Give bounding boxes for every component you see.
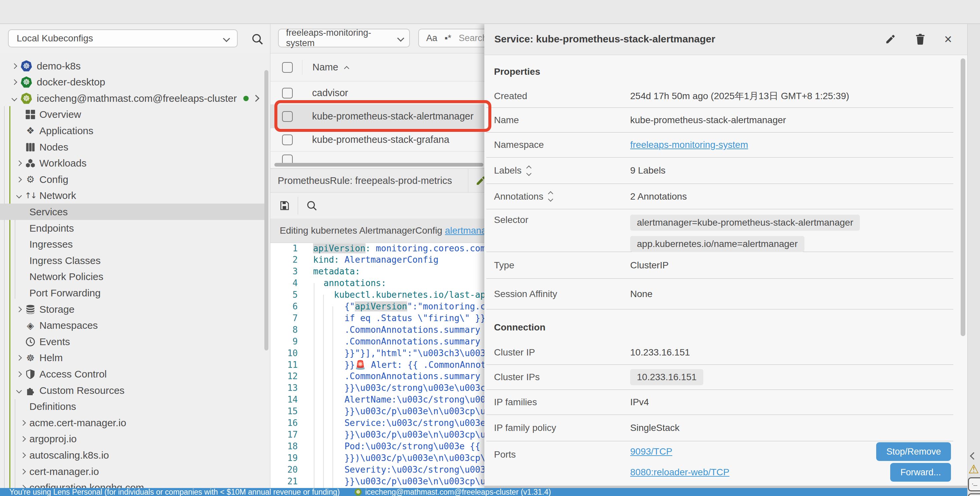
sidebar-item-overview[interactable]: Overview [0,107,264,123]
code-line[interactable]: 15 }}\u003c/p\u003e\n\u003cp\u003e\u003c [270,405,484,417]
drawer-horizontal-scrollbar[interactable] [484,486,967,488]
save-icon[interactable] [279,200,290,211]
regex-toggle[interactable]: ▪* [445,33,451,43]
chevron-left-icon[interactable] [970,452,978,460]
table-horizontal-scrollbar[interactable] [274,163,483,167]
code-line[interactable]: 8 .CommonAnnotations.summary }}- [270,324,484,335]
sidebar-item-configuration-konghq-com[interactable]: configuration.konghq.com [0,480,264,488]
chevron-right-icon[interactable] [15,307,23,312]
chevron-down-icon[interactable] [15,194,23,197]
sidebar-item-cert-manager-io[interactable]: cert-manager.io [0,463,264,480]
active-cluster-text[interactable]: icecheng@mathmast.com@freeleaps-cluster … [365,488,551,496]
sidebar-item-config[interactable]: ⚙Config [0,171,264,188]
sidebar-item-autoscaling-k8s-io[interactable]: autoscaling.k8s.io [0,447,264,463]
chevron-right-icon[interactable] [19,470,27,474]
code-line[interactable]: 7 if eq .Status \"firing\" }}🚨 [270,312,484,324]
sidebar-item-network-policies[interactable]: Network Policies [0,269,264,285]
yaml-editor[interactable]: 1apiVersion: monitoring.coreos.com/v12ki… [270,243,484,488]
sidebar-item-custom-resources[interactable]: Custom Resources [0,382,264,399]
code-line[interactable]: 21 }}\u003c/p\u003e\n\u003cp\u003e\u003c [270,475,484,487]
close-icon[interactable]: × [944,32,952,46]
warning-icon[interactable]: ⚠ [968,462,979,476]
chevron-right-icon[interactable] [19,437,27,441]
chevron-right-icon[interactable] [19,453,27,457]
sidebar-scrollbar[interactable] [264,70,268,350]
code-line[interactable]: 20 Severity:\u003c/strong\u003e {{ [270,464,484,475]
code-line[interactable]: 18 Pod:\u003c/strong\u003e {{ .Co [270,440,484,452]
chevron-right-icon[interactable] [10,80,19,84]
code-line[interactable]: 16 Service:\u003c/strong\u003e {{ [270,417,484,429]
sidebar-item-docker-desktop[interactable]: ☸docker-desktop [0,74,264,91]
chevron-right-icon[interactable] [252,95,259,102]
sidebar-item-nodes[interactable]: Nodes [0,139,264,155]
name-column-header[interactable]: Name [312,62,338,73]
match-case-toggle[interactable]: Aa [426,33,437,43]
sidebar-item-ingress-classes[interactable]: Ingress Classes [0,252,264,269]
forward-button[interactable]: Forward... [890,463,951,482]
chevron-right-icon[interactable] [15,356,23,360]
expand-collapse-icon[interactable] [549,192,552,201]
code-line[interactable]: 6 {"apiVersion":"monitoring.coreos.com/v… [270,301,484,312]
code-line[interactable]: 4 annotations: [270,277,484,289]
sidebar-item-network[interactable]: ↑↓Network [0,188,264,204]
sidebar-item-icecheng-mathmast-com-freeleaps-cluster[interactable]: ☸icecheng@mathmast.com@freeleaps-cluster [0,90,264,107]
chevron-right-icon[interactable] [15,372,23,376]
sidebar-item-port-forwarding[interactable]: Port Forwarding [0,285,264,301]
chevron-right-icon[interactable] [15,161,23,165]
sidebar-item-workloads[interactable]: Workloads [0,155,264,172]
sidebar-item-label: Overview [40,109,81,120]
sort-asc-icon[interactable] [344,66,350,72]
sidebar-item-helm[interactable]: ☸Helm [0,350,264,366]
code-line[interactable]: 3metadata: [270,266,484,277]
chevron-right-icon[interactable] [19,421,27,425]
code-line[interactable]: 5 kubectl.kubernetes.io/last-applied-con… [270,289,484,301]
sidebar-item-services[interactable]: Services [0,203,264,220]
prometheusrule-panel-header[interactable]: PrometheusRule: freepeals-prod-metrics [270,169,484,192]
drawer-scrollbar[interactable] [961,59,965,336]
kubeconfig-select[interactable]: Local Kubeconfigs [8,29,238,48]
puzzle-icon [25,386,35,395]
namespace-link[interactable]: freeleaps-monitoring-system [630,140,748,150]
sidebar-item-acme-cert-manager-io[interactable]: acme.cert-manager.io [0,415,264,431]
sidebar-item-applications[interactable]: ❖Applications [0,122,264,139]
sidebar-item-ingresses[interactable]: Ingresses [0,236,264,253]
chevron-right-icon[interactable] [10,64,19,68]
terminal-icon[interactable]: ._ [968,477,980,491]
sidebar-item-argoproj-io[interactable]: argoproj.io [0,431,264,447]
code-line[interactable]: 11 }}🚨 Alert: {{ .CommonAnnotations [270,359,484,370]
expand-collapse-icon[interactable] [527,166,531,175]
code-line[interactable]: 2kind: AlertmanagerConfig [270,254,484,266]
sidebar-item-demo-k8s[interactable]: ☸demo-k8s [0,58,264,74]
code-line[interactable]: 10 }}"}],"html":"\u003ch3\u003e\u003c [270,347,484,359]
code-line[interactable]: 14 AlertName:\u003c/strong\u003e {{ [270,394,484,405]
code-line[interactable]: 1apiVersion: monitoring.coreos.com/v1 [270,243,484,254]
chevron-right-icon[interactable] [19,486,27,488]
search-icon[interactable] [251,33,264,45]
code-line[interactable]: 19 }})\u003c/p\u003e\n\u003cp\u003e\u00 [270,452,484,464]
code-line[interactable]: 9 .CommonAnnotations.summary }}- [270,335,484,347]
stop-remove-button[interactable]: Stop/Remove [876,442,951,461]
port-link[interactable]: 9093/TCP [630,446,672,457]
editor-search-icon[interactable] [306,200,317,211]
sidebar-item-events[interactable]: Events [0,334,264,350]
select-all-checkbox[interactable] [282,62,293,73]
edit-pencil-icon[interactable] [885,33,896,45]
port-link[interactable]: 8080:reloader-web/TCP [630,467,729,478]
code-line[interactable]: 17 }}\u003c/p\u003e\n\u003cp\u003e\u003c [270,429,484,440]
row-checkbox[interactable] [282,135,293,145]
sidebar-item-namespaces[interactable]: ◈Namespaces [0,318,264,334]
code-line[interactable]: 12 .CommonAnnotations.summary }}- [270,370,484,382]
panel-icon[interactable] [968,493,980,496]
overview-icon [25,110,35,119]
code-line[interactable]: 13 }}\u003c/strong\u003e\u003c/h3\u003e [270,382,484,394]
sidebar-item-definitions[interactable]: Definitions [0,399,264,415]
sidebar-item-storage[interactable]: Storage [0,301,264,318]
namespace-select[interactable]: freeleaps-monitoring-system [278,29,410,48]
delete-trash-icon[interactable] [915,33,926,45]
chevron-down-icon[interactable] [15,388,23,393]
sidebar-item-endpoints[interactable]: Endpoints [0,220,264,236]
sidebar-item-access-control[interactable]: Access Control [0,366,264,382]
chevron-right-icon[interactable] [15,178,23,181]
row-checkbox[interactable] [282,88,293,99]
chevron-down-icon[interactable] [10,97,19,100]
